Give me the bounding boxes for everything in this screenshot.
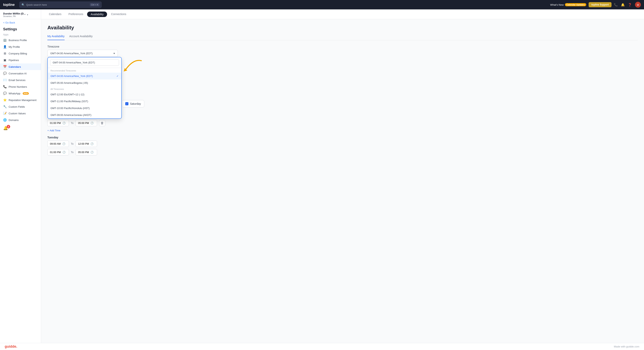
- timezone-search-container: [48, 57, 121, 68]
- tuesday-to-1[interactable]: 12:00 PM 🕐: [76, 140, 97, 147]
- phone-icon[interactable]: 📞: [614, 3, 618, 7]
- bell-icon[interactable]: 🔔: [621, 3, 625, 7]
- sidebar-item-email-services[interactable]: ✉️ Email Services: [0, 77, 41, 84]
- tab-preferences[interactable]: Preferences: [66, 10, 86, 19]
- company-selector[interactable]: Dunder Mifflin (D... Scranton, PA ▾: [3, 12, 38, 18]
- tabs-bar: Calendars Preferences Availability Conne…: [41, 10, 644, 19]
- sidebar-item-label: Domains: [8, 118, 18, 122]
- from-time-2[interactable]: 01:00 PM 🕐: [47, 120, 69, 126]
- timezone-dropdown: Recommended Timezones GMT-04:00 America/…: [47, 57, 122, 119]
- sidebar-item-whatsapp[interactable]: 💬 WhatsApp beta: [0, 90, 41, 97]
- clock-icon: 🕐: [90, 151, 94, 154]
- chevron-down-icon: ▾: [27, 14, 28, 16]
- to-time-value: 12:00 PM: [78, 142, 89, 145]
- sidebar-item-reputation-management[interactable]: ⭐ Reputation Management: [0, 97, 41, 103]
- page-title: Availability: [47, 25, 638, 31]
- avatar[interactable]: U: [635, 2, 641, 8]
- sidebar-item-calendars[interactable]: 📅 Calendars: [0, 64, 41, 70]
- whatsapp-icon: 💬: [3, 92, 7, 95]
- sidebar-item-phone-numbers[interactable]: 📞 Phone Numbers: [0, 84, 41, 90]
- tuesday-section: Tuesday 09:00 AM 🕐 To 12:00 PM 🕐: [47, 136, 638, 156]
- sidebar-item-domains[interactable]: 🌐 Domains: [0, 117, 41, 123]
- company-name: Dunder Mifflin (D...: [3, 12, 26, 15]
- notifications-item[interactable]: 🔔 6: [0, 123, 41, 134]
- tab-calendars[interactable]: Calendars: [46, 10, 64, 19]
- tab-connections[interactable]: Connections: [108, 10, 130, 19]
- sidebar-item-custom-values[interactable]: 📝 Custom Values: [0, 110, 41, 117]
- timezone-search-input[interactable]: [50, 59, 119, 66]
- tuesday-from-1[interactable]: 09:00 AM 🕐: [47, 140, 69, 147]
- svg-marker-0: [124, 68, 127, 72]
- to-time-value: 05:00 PM: [78, 122, 89, 124]
- clock-icon: 🕐: [62, 151, 66, 154]
- add-time-button[interactable]: + Add Time: [47, 128, 60, 133]
- to-label: To: [71, 142, 74, 145]
- add-icon: +: [47, 129, 49, 132]
- tuesday-label: Tuesday: [47, 136, 638, 139]
- sidebar-item-label: Business Profile: [8, 39, 27, 42]
- tab-availability[interactable]: Availability: [87, 12, 107, 17]
- sidebar-item-label: Reputation Management: [8, 99, 36, 102]
- saturday-checkbox[interactable]: ✓: [125, 102, 128, 105]
- sidebar-item-label: My Profile: [8, 46, 20, 48]
- sidebar: Dunder Mifflin (D... Scranton, PA ▾ < Go…: [0, 10, 41, 343]
- to-label: To: [71, 122, 74, 124]
- whats-new-button[interactable]: What's New Calendar Updates: [550, 3, 586, 6]
- tuesday-to-2[interactable]: 05:00 PM 🕐: [76, 149, 97, 156]
- to-label: To: [71, 151, 74, 154]
- apps-section-label: Apps: [0, 32, 41, 37]
- timezone-option-label: GMT-11:00 Pacific/Midway (SST): [50, 100, 88, 103]
- timezone-option-bogota[interactable]: GMT-05:00 America/Bogota (-05): [48, 80, 121, 86]
- search-shortcut: Ctrl + K: [90, 3, 100, 6]
- sidebar-item-my-profile[interactable]: 👤 My Profile: [0, 44, 41, 50]
- custom-values-icon: 📝: [3, 112, 7, 115]
- sidebar-item-label: Phone Numbers: [8, 85, 27, 88]
- tab-account-availability[interactable]: Account Availability: [69, 35, 93, 40]
- tab-my-availability[interactable]: My Availability: [47, 35, 64, 40]
- clock-icon: 🕐: [90, 122, 94, 124]
- calendar-updates-badge: Calendar Updates: [565, 3, 586, 6]
- billing-icon: ⊞: [3, 52, 7, 55]
- clock-icon: 🕐: [62, 122, 66, 124]
- time-row-1: 09:00 AM 🕐 To 12:00 PM 🕐 ⧉ Copy to all: [47, 112, 638, 118]
- go-back-link[interactable]: < Go Back: [0, 19, 41, 26]
- timezone-option-midway[interactable]: GMT-11:00 Pacific/Midway (SST): [48, 98, 121, 105]
- timezone-option-label: GMT-10:00 Pacific/Honolulu (HST): [50, 107, 90, 110]
- timezone-option-juneau[interactable]: GMT-09:00 America/Juneau (AKDT): [48, 112, 121, 118]
- clock-icon: 🕐: [90, 142, 94, 145]
- help-icon[interactable]: ❓: [628, 3, 632, 7]
- timezone-option-gmt12[interactable]: GMT-12:00 Etc/GMT+12 (-12): [48, 91, 121, 98]
- calendar-icon: 📅: [3, 65, 7, 68]
- timezone-option-ny[interactable]: GMT-04:00 America/New_York (EDT) ✓: [48, 72, 121, 80]
- notification-count: 6: [7, 125, 10, 128]
- to-time-2[interactable]: 05:00 PM 🕐: [76, 120, 97, 126]
- day-checkboxes: ✓ Wednesday ✓ Thursday ✓ Friday ✓ Saturd…: [47, 100, 638, 108]
- sidebar-item-business-profile[interactable]: 🏢 Business Profile: [0, 37, 41, 44]
- sidebar-item-label: Conversation AI: [8, 72, 26, 75]
- saturday-label: Saturday: [130, 102, 141, 105]
- search-bar[interactable]: 🔍 Quick search here Ctrl + K: [20, 2, 102, 8]
- email-icon: ✉️: [3, 78, 7, 82]
- phone-numbers-icon: 📞: [3, 85, 7, 88]
- beta-badge: beta: [23, 92, 29, 95]
- tuesday-time-row-2: 01:00 PM 🕐 To 05:00 PM 🕐: [47, 149, 638, 156]
- tuesday-time-row-1: 09:00 AM 🕐 To 12:00 PM 🕐: [47, 140, 638, 147]
- timezone-option-honolulu[interactable]: GMT-10:00 Pacific/Honolulu (HST): [48, 105, 121, 112]
- support-button[interactable]: topline Support: [588, 2, 612, 7]
- timezone-selected-value: GMT-04:00 America/New_York (EDT): [50, 52, 92, 55]
- sidebar-item-label: WhatsApp: [8, 92, 20, 95]
- tuesday-from-2[interactable]: 01:00 PM 🕐: [47, 149, 69, 156]
- search-icon: 🔍: [22, 3, 25, 6]
- sidebar-item-pipelines[interactable]: ▣ Pipelines: [0, 57, 41, 64]
- day-saturday[interactable]: ✓ Saturday: [122, 100, 144, 108]
- whats-new-label: What's New: [550, 3, 564, 6]
- add-time-label: Add Time: [50, 129, 60, 132]
- sidebar-item-conversation-ai[interactable]: 💬 Conversation AI: [0, 70, 41, 77]
- sidebar-item-custom-fields[interactable]: 🔧 Custom Fields: [0, 103, 41, 110]
- timezone-container: Timezone GMT-04:00 America/New_York (EDT…: [47, 45, 638, 57]
- timezone-option-label: GMT-04:00 America/New_York (EDT): [50, 74, 93, 78]
- delete-time-button[interactable]: 🗑: [99, 120, 105, 126]
- chevron-down-icon: ▾: [114, 52, 115, 55]
- timezone-select[interactable]: GMT-04:00 America/New_York (EDT) ▾: [47, 50, 118, 57]
- sidebar-item-company-billing[interactable]: ⊞ Company Billing: [0, 50, 41, 57]
